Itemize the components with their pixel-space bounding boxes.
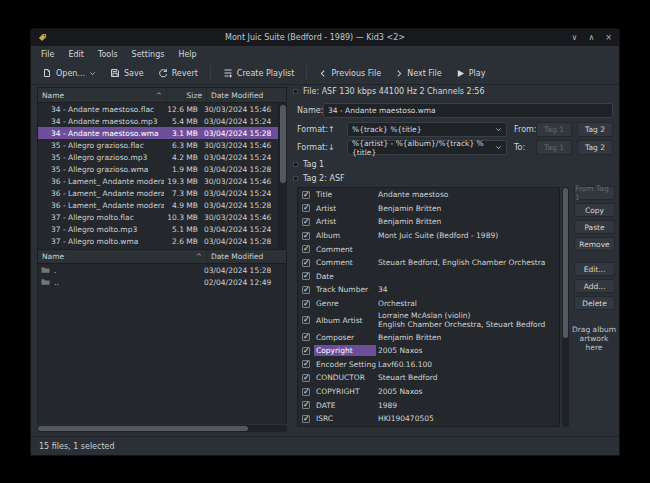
format-to-combobox[interactable]: %{artist} - %{album}/%{track} %{title} <box>347 140 507 155</box>
format-from-combobox[interactable]: %{track} %{title} <box>347 122 507 137</box>
tag-table-scrollbar[interactable] <box>562 187 569 427</box>
file-row[interactable]: 36 - Lament_ Andante moderato.wma 4.9 MB… <box>38 199 278 211</box>
menu-item[interactable]: File <box>34 48 61 61</box>
scrollbar-thumb[interactable] <box>280 105 286 183</box>
tag-action-button[interactable]: From Tag 1 <box>574 186 615 200</box>
scrollbar-thumb[interactable] <box>38 426 248 431</box>
tag-action-button[interactable]: Add... <box>574 279 615 293</box>
tag-field-name[interactable]: DATE <box>314 400 376 411</box>
tag-field-name[interactable]: Genre <box>314 298 376 309</box>
previous-file-button[interactable]: Previous File <box>313 66 387 81</box>
file-row[interactable]: 35 - Allegro grazioso.wma 1.9 MB 03/04/2… <box>38 163 278 175</box>
tag-row[interactable]: Album Artist Lorraine McAslan (violin) E… <box>298 310 559 330</box>
tag-checkbox[interactable] <box>302 245 310 253</box>
tag-row[interactable]: Encoder Settings Lavf60.16.100 <box>298 358 559 372</box>
filename-input[interactable] <box>323 103 613 118</box>
menu-item[interactable]: Settings <box>125 48 172 61</box>
column-header-date[interactable]: Date Modified <box>206 88 286 102</box>
tag-action-button[interactable]: Copy <box>574 203 615 217</box>
tag-action-button[interactable]: Remove <box>574 237 615 251</box>
tag-checkbox[interactable] <box>302 286 310 294</box>
from-tag2-button[interactable]: Tag 2 <box>577 122 613 137</box>
tag-row[interactable]: Genre Orchestral <box>298 297 559 311</box>
tag-field-value[interactable]: Andante maestoso <box>376 189 559 200</box>
tag-action-button[interactable]: Delete <box>574 296 615 310</box>
tag-row[interactable]: Copyright 2005 Naxos <box>298 344 559 358</box>
play-button[interactable]: Play <box>450 66 492 81</box>
tag-row[interactable]: Comment <box>298 242 559 256</box>
tag-field-name[interactable]: Title <box>314 189 376 200</box>
tag-action-button[interactable]: Paste <box>574 220 615 234</box>
menu-item[interactable]: Help <box>171 48 203 61</box>
tag-field-name[interactable]: Artist <box>314 216 376 227</box>
revert-button[interactable]: Revert <box>152 65 204 81</box>
file-row[interactable]: 37 - Allegro molto.flac 10.3 MB 30/03/20… <box>38 211 278 223</box>
tag-checkbox[interactable] <box>302 316 310 324</box>
tag-field-name[interactable]: Encoder Settings <box>314 359 376 370</box>
tag-checkbox[interactable] <box>302 374 310 382</box>
file-row[interactable]: 37 - Allegro molto.mp3 5.1 MB 03/04/2024… <box>38 223 278 235</box>
tag-field-name[interactable]: Comment <box>314 257 376 268</box>
file-list-scrollbar[interactable] <box>279 103 287 249</box>
tag-field-value[interactable]: Steuart Bedford <box>376 372 559 383</box>
tag-field-value[interactable]: 2005 Naxos <box>376 386 559 397</box>
tag-row[interactable]: DATE 1989 <box>298 398 559 412</box>
tag-field-value[interactable]: Steuart Bedford, English Chamber Orchest… <box>376 257 559 268</box>
section-toggle-icon[interactable] <box>293 176 298 181</box>
tag-row[interactable]: COPYRIGHT 2005 Naxos <box>298 385 559 399</box>
tag-row[interactable]: Album Mont Juic Suite (Bedford - 1989) <box>298 229 559 243</box>
save-button[interactable]: Save <box>104 65 150 81</box>
file-row[interactable]: 34 - Andante maestoso.flac 12.6 MB 30/03… <box>38 103 278 115</box>
tag-checkbox[interactable] <box>302 388 310 396</box>
tag-checkbox[interactable] <box>302 272 310 280</box>
from-tag1-button[interactable]: Tag 1 <box>536 122 572 137</box>
tag-field-value[interactable]: Benjamin Britten <box>376 332 559 343</box>
tag-field-name[interactable]: Comment <box>314 244 376 255</box>
dir-row[interactable]: . 03/04/2024 15:28 <box>38 264 286 276</box>
tag-row[interactable]: CONDUCTOR Steuart Bedford <box>298 371 559 385</box>
tag-field-value[interactable] <box>376 248 559 250</box>
tag-row[interactable]: Composer Benjamin Britten <box>298 330 559 344</box>
file-list-hscrollbar[interactable] <box>37 425 287 432</box>
tag-field-value[interactable]: Lorraine McAslan (violin) English Chambe… <box>376 310 559 330</box>
open-button[interactable]: Open... <box>36 65 102 81</box>
tag-action-button[interactable]: Edit... <box>574 262 615 276</box>
tag-field-name[interactable]: Track Number <box>314 284 376 295</box>
tag-checkbox[interactable] <box>302 259 310 267</box>
tag-field-value[interactable]: Mont Juic Suite (Bedford - 1989) <box>376 230 559 241</box>
tag-row[interactable]: Track Number 34 <box>298 283 559 297</box>
tag-checkbox[interactable] <box>302 232 310 240</box>
column-header-name[interactable]: Name ^ <box>38 250 206 263</box>
tag-field-name[interactable]: Album <box>314 230 376 241</box>
tag-field-name[interactable]: Composer <box>314 332 376 343</box>
next-file-button[interactable]: Next File <box>389 66 448 81</box>
tag-checkbox[interactable] <box>302 218 310 226</box>
dir-row[interactable]: .. 02/04/2024 12:49 <box>38 276 286 288</box>
title-bar[interactable]: Mont Juic Suite (Bedford - 1989) — Kid3 … <box>31 29 619 46</box>
menu-item[interactable]: Edit <box>61 48 91 61</box>
file-row[interactable]: 36 - Lament_ Andante moderato.flac 19.3 … <box>38 175 278 187</box>
tag-field-value[interactable]: Benjamin Britten <box>376 216 559 227</box>
to-tag1-button[interactable]: Tag 1 <box>536 140 572 155</box>
tag-field-value[interactable]: HKI190470505 <box>376 413 559 424</box>
tag-checkbox[interactable] <box>302 191 310 199</box>
tag-field-value[interactable] <box>376 275 559 277</box>
tag-field-value[interactable]: Orchestral <box>376 298 559 309</box>
tag-checkbox[interactable] <box>302 333 310 341</box>
file-row[interactable]: 35 - Allegro grazioso.mp3 4.2 MB 03/04/2… <box>38 151 278 163</box>
maximize-button[interactable]: ∧ <box>588 33 594 42</box>
tag-checkbox[interactable] <box>302 360 310 368</box>
tag-checkbox[interactable] <box>302 347 310 355</box>
menu-item[interactable]: Tools <box>91 48 125 61</box>
shade-button[interactable]: ∨ <box>572 33 578 42</box>
tag-field-name[interactable]: Date <box>314 271 376 282</box>
tag2-section-header[interactable]: Tag 2: ASF <box>293 174 345 183</box>
tag-row[interactable]: ISRC HKI190470505 <box>298 412 559 426</box>
file-info-section[interactable]: File: ASF 130 kbps 44100 Hz 2 Channels 2… <box>293 87 485 96</box>
section-toggle-icon[interactable] <box>293 89 298 94</box>
tag-field-name[interactable]: Copyright <box>314 345 376 356</box>
tag-row[interactable]: Title Andante maestoso <box>298 188 559 202</box>
tag-checkbox[interactable] <box>302 300 310 308</box>
file-row[interactable]: 36 - Lament_ Andante moderato.mp3 7.3 MB… <box>38 187 278 199</box>
file-row[interactable]: 34 - Andante maestoso.mp3 5.4 MB 03/04/2… <box>38 115 278 127</box>
